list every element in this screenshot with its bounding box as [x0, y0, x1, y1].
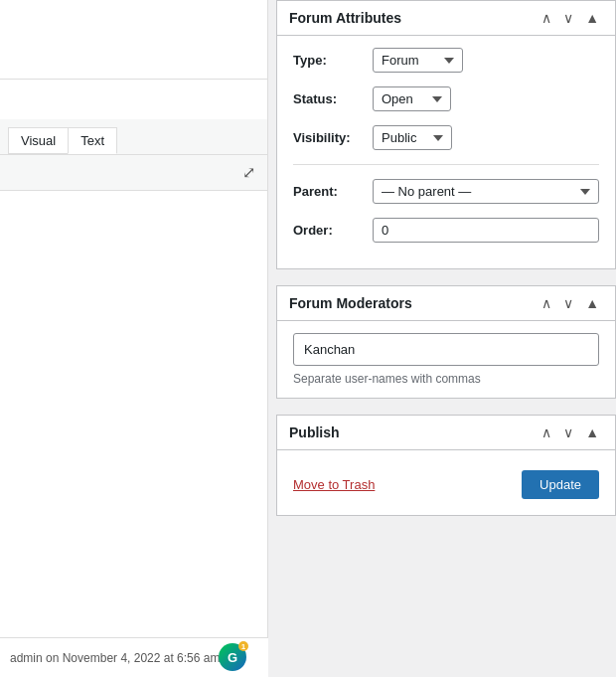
status-field-row: Status: Open Closed	[293, 86, 599, 111]
type-control: Forum Category	[373, 48, 599, 73]
visibility-field-row: Visibility: Public Private Hidden	[293, 125, 599, 150]
grammarly-icon: G 1	[219, 643, 246, 671]
status-control: Open Closed	[373, 86, 599, 111]
editor-top-area	[0, 0, 267, 80]
moderators-input[interactable]	[293, 333, 599, 366]
forum-attributes-body: Type: Forum Category Status: Open Closed	[277, 36, 615, 268]
forum-moderators-collapse-btn[interactable]: ▲	[581, 294, 603, 312]
forum-attributes-controls: ∧ ∨ ▲	[538, 9, 603, 27]
publish-title: Publish	[289, 424, 340, 440]
publish-controls: ∧ ∨ ▲	[538, 423, 603, 441]
status-label: Status:	[293, 91, 373, 106]
forum-attributes-header: Forum Attributes ∧ ∨ ▲	[277, 1, 615, 36]
editor-tabs: Visual Text	[0, 119, 267, 155]
forum-attributes-down-btn[interactable]: ∨	[559, 9, 577, 27]
tab-text[interactable]: Text	[68, 127, 117, 154]
forum-moderators-metabox: Forum Moderators ∧ ∨ ▲ Separate user-nam…	[276, 285, 616, 399]
forum-moderators-down-btn[interactable]: ∨	[559, 294, 577, 312]
publish-actions: Move to Trash Update	[293, 462, 599, 503]
expand-editor-button[interactable]: ⤢	[238, 161, 259, 184]
forum-moderators-header: Forum Moderators ∧ ∨ ▲	[277, 286, 615, 321]
parent-control: — No parent —	[373, 179, 599, 204]
tab-visual[interactable]: Visual	[8, 127, 68, 154]
update-button[interactable]: Update	[522, 470, 599, 499]
parent-label: Parent:	[293, 184, 373, 199]
order-input[interactable]	[373, 218, 599, 243]
publish-header: Publish ∧ ∨ ▲	[277, 416, 615, 450]
publish-collapse-btn[interactable]: ▲	[581, 423, 603, 441]
publish-down-btn[interactable]: ∨	[559, 423, 577, 441]
forum-attributes-title: Forum Attributes	[289, 10, 401, 26]
editor-toolbar: ⤢	[0, 155, 267, 191]
last-edit-text: admin on November 4, 2022 at 6:56 am	[10, 651, 220, 665]
moderators-hint: Separate user-names with commas	[293, 372, 599, 386]
publish-body: Move to Trash Update	[277, 450, 615, 515]
type-field-row: Type: Forum Category	[293, 48, 599, 73]
forum-moderators-title: Forum Moderators	[289, 295, 412, 311]
forum-moderators-up-btn[interactable]: ∧	[538, 294, 555, 312]
attributes-divider	[293, 164, 599, 165]
status-select[interactable]: Open Closed	[373, 86, 451, 111]
parent-field-row: Parent: — No parent —	[293, 179, 599, 204]
visibility-control: Public Private Hidden	[373, 125, 599, 150]
publish-metabox: Publish ∧ ∨ ▲ Move to Trash Update	[276, 415, 616, 516]
publish-up-btn[interactable]: ∧	[538, 423, 555, 441]
editor-panel: Visual Text ⤢ admin on November 4, 2022 …	[0, 0, 268, 677]
forum-attributes-metabox: Forum Attributes ∧ ∨ ▲ Type: Forum Categ…	[276, 0, 616, 269]
grammarly-notification: 1	[238, 641, 248, 651]
forum-moderators-controls: ∧ ∨ ▲	[538, 294, 603, 312]
right-sidebar: Forum Attributes ∧ ∨ ▲ Type: Forum Categ…	[276, 0, 616, 677]
type-select[interactable]: Forum Category	[373, 48, 463, 73]
order-field-row: Order:	[293, 218, 599, 243]
forum-moderators-body: Separate user-names with commas	[277, 321, 615, 398]
grammarly-badge[interactable]: G 1	[219, 643, 246, 671]
type-label: Type:	[293, 53, 373, 68]
visibility-label: Visibility:	[293, 130, 373, 145]
order-control	[373, 218, 599, 243]
forum-attributes-collapse-btn[interactable]: ▲	[581, 9, 603, 27]
parent-select[interactable]: — No parent —	[373, 179, 599, 204]
order-label: Order:	[293, 223, 373, 238]
forum-attributes-up-btn[interactable]: ∧	[538, 9, 555, 27]
move-to-trash-button[interactable]: Move to Trash	[293, 477, 375, 492]
visibility-select[interactable]: Public Private Hidden	[373, 125, 452, 150]
